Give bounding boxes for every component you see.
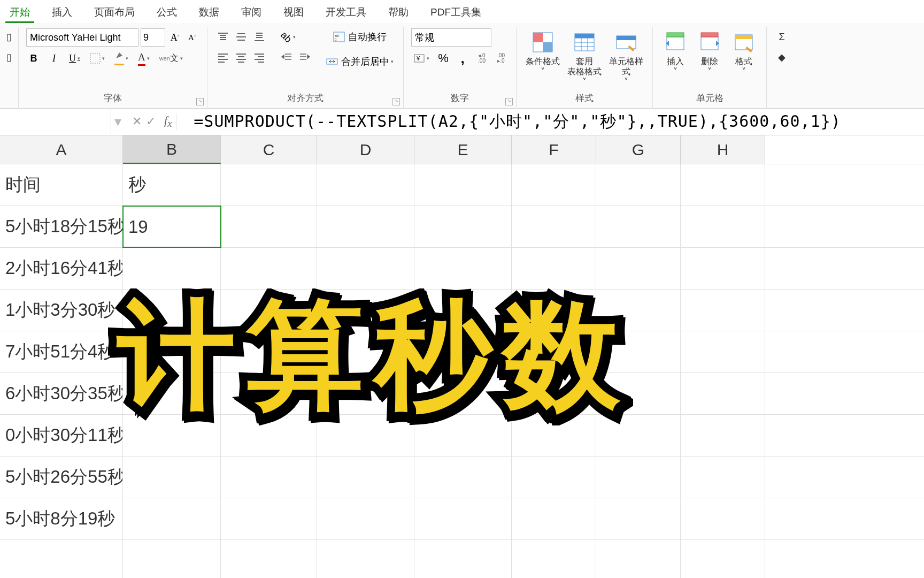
cell-F6[interactable] <box>512 373 596 414</box>
cell-H9[interactable] <box>681 498 765 539</box>
cell-B10[interactable] <box>123 540 221 578</box>
pinyin-guide-button[interactable]: wen文 <box>157 50 185 67</box>
cell-C7[interactable] <box>221 415 317 456</box>
cell-F10[interactable] <box>512 540 596 578</box>
cell-H6[interactable] <box>681 373 765 414</box>
number-group-launcher-icon[interactable]: ↘ <box>505 98 513 105</box>
font-size-select[interactable] <box>141 28 165 47</box>
cell-D3[interactable] <box>317 248 414 289</box>
cell-E2[interactable] <box>414 206 512 247</box>
cell-E9[interactable] <box>414 498 512 539</box>
number-format-select[interactable] <box>411 28 491 47</box>
cell-C5[interactable] <box>221 331 317 372</box>
percent-format-button[interactable]: % <box>436 50 451 67</box>
font-color-button[interactable]: A <box>136 50 152 67</box>
cell-G2[interactable] <box>596 206 681 247</box>
cell-styles-button[interactable]: 单元格样式˅ <box>605 28 647 89</box>
cell-F4[interactable] <box>512 290 596 331</box>
cell-G4[interactable] <box>596 290 681 331</box>
cell-B9[interactable] <box>123 498 221 539</box>
italic-button[interactable]: I <box>47 50 61 67</box>
cell-H7[interactable] <box>681 415 765 456</box>
column-header-C[interactable]: C <box>221 135 317 164</box>
tab-review[interactable]: 审阅 <box>237 3 266 23</box>
cell-E7[interactable] <box>414 415 512 456</box>
increase-indent-button[interactable] <box>297 49 313 66</box>
cell-B2[interactable]: 19 <box>123 206 221 247</box>
cell-A10[interactable] <box>0 540 123 578</box>
align-bottom-button[interactable] <box>251 28 267 45</box>
cell-A1[interactable]: 时间 <box>0 164 123 206</box>
cell-C2[interactable] <box>221 206 317 247</box>
cell-A3[interactable]: 2小时16分41秒 <box>0 248 123 289</box>
cell-B3[interactable] <box>123 248 221 289</box>
cell-A5[interactable]: 7小时51分4秒 <box>0 331 123 372</box>
format-as-table-button[interactable]: 套用 表格格式˅ <box>564 28 605 89</box>
cell-F5[interactable] <box>512 331 596 372</box>
cell-A6[interactable]: 6小时30分35秒 <box>0 373 123 414</box>
font-group-launcher-icon[interactable]: ↘ <box>196 98 204 105</box>
cell-F8[interactable] <box>512 457 596 498</box>
tab-formulas[interactable]: 公式 <box>152 3 181 23</box>
cell-D6[interactable] <box>317 373 414 414</box>
cell-A4[interactable]: 1小时3分30秒 <box>0 290 123 331</box>
confirm-formula-icon[interactable]: ✓ <box>146 115 156 128</box>
column-header-D[interactable]: D <box>317 135 414 164</box>
cell-D1[interactable] <box>317 164 414 206</box>
align-left-button[interactable] <box>215 49 231 66</box>
cell-D8[interactable] <box>317 457 414 498</box>
accounting-format-button[interactable]: ¥ <box>411 50 432 67</box>
column-header-F[interactable]: F <box>512 135 596 164</box>
cell-G1[interactable] <box>596 164 681 206</box>
cell-B7[interactable] <box>123 415 221 456</box>
cell-G5[interactable] <box>596 331 681 372</box>
cell-A9[interactable]: 5小时8分19秒 <box>0 498 123 539</box>
cell-B6[interactable] <box>123 373 221 414</box>
cell-B5[interactable] <box>123 331 221 372</box>
increase-decimal-button[interactable]: ◂.0.00 <box>474 50 489 67</box>
cell-E4[interactable] <box>414 290 512 331</box>
cancel-formula-icon[interactable]: ✕ <box>132 115 142 128</box>
tab-help[interactable]: 帮助 <box>384 3 413 23</box>
align-middle-button[interactable] <box>233 28 249 45</box>
decrease-indent-button[interactable] <box>279 49 295 66</box>
cell-C6[interactable] <box>221 373 317 414</box>
cell-B8[interactable] <box>123 457 221 498</box>
cell-C4[interactable] <box>221 290 317 331</box>
cell-E6[interactable] <box>414 373 512 414</box>
fill-partial[interactable]: ◆ <box>774 49 789 66</box>
wrap-text-button[interactable]: abc 自动换行 <box>324 28 396 45</box>
merge-center-button[interactable]: 合并后居中 <box>324 53 396 70</box>
cell-C10[interactable] <box>221 540 317 578</box>
cell-H4[interactable] <box>681 290 765 331</box>
cell-H5[interactable] <box>681 331 765 372</box>
tab-developer[interactable]: 开发工具 <box>321 3 371 23</box>
cell-A2[interactable]: 5小时18分15秒 <box>0 206 123 247</box>
autosum-partial[interactable]: Σ <box>774 28 789 45</box>
copy-partial[interactable]: ▯ <box>2 49 17 66</box>
borders-button[interactable] <box>88 50 107 67</box>
delete-cells-button[interactable]: 删除˅ <box>692 28 727 79</box>
cell-F2[interactable] <box>512 206 596 247</box>
cell-H1[interactable] <box>681 164 765 206</box>
cell-G6[interactable] <box>596 373 681 414</box>
tab-home[interactable]: 开始 <box>5 3 34 23</box>
formula-input[interactable] <box>189 112 924 131</box>
cell-H8[interactable] <box>681 457 765 498</box>
cell-H3[interactable] <box>681 248 765 289</box>
cell-E3[interactable] <box>414 248 512 289</box>
cell-F1[interactable] <box>512 164 596 206</box>
cell-D9[interactable] <box>317 498 414 539</box>
cell-D7[interactable] <box>317 415 414 456</box>
insert-cells-button[interactable]: 插入˅ <box>658 28 692 79</box>
increase-font-button[interactable]: Aˆ <box>167 29 182 46</box>
tab-insert[interactable]: 插入 <box>48 3 76 23</box>
conditional-format-button[interactable]: 条件格式˅ <box>522 28 564 79</box>
align-center-button[interactable] <box>233 49 249 66</box>
cell-G9[interactable] <box>596 498 681 539</box>
cell-C9[interactable] <box>221 498 317 539</box>
cell-D2[interactable] <box>317 206 414 247</box>
name-box-input[interactable] <box>0 109 111 135</box>
comma-format-button[interactable]: , <box>455 50 470 67</box>
tab-layout[interactable]: 页面布局 <box>90 3 139 23</box>
